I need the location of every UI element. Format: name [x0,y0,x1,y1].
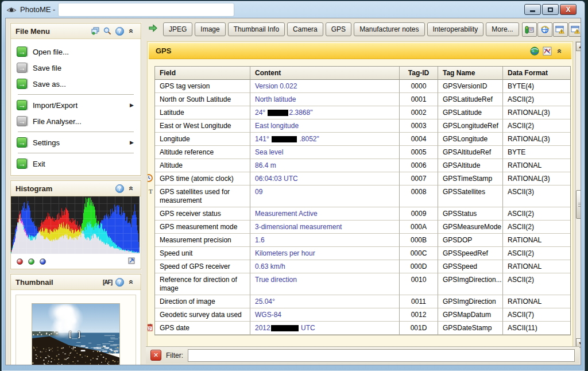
filter-input[interactable] [188,349,575,362]
window-frame-bottom [2,365,585,371]
redacted-value [268,110,288,116]
titlebar[interactable]: PhotoME - X [2,1,585,18]
collapse-icon[interactable]: « [555,47,564,56]
green-arrow-icon: → [17,137,27,148]
table-row[interactable]: Longitude141° .8052"0004GPSLongitudeRATI… [155,133,570,146]
help-icon[interactable]: ? [115,26,124,36]
table-row[interactable]: Speed of GPS receiver0.63 km/h000DGPSSpe… [155,260,570,273]
tag-name-cell: GPSStatus [438,207,503,221]
menu-item-save-as[interactable]: →Save as... [17,76,138,92]
red-channel-button[interactable] [17,258,23,265]
window-warning-icon[interactable] [553,22,568,37]
green-arrow-icon: → [17,100,27,110]
calendar-icon: 17 [147,323,153,331]
tag-id-cell: 0002 [400,106,438,119]
stacked-windows-icon[interactable] [91,26,100,36]
minimize-button[interactable] [524,4,541,15]
table-row[interactable]: Geodetic survey data usedWGS-840012GPSMa… [155,308,570,322]
scroll-up-button[interactable]: ▲ [576,42,581,51]
table-row[interactable]: Direction of image25.04°0011GPSImgDirect… [155,295,570,308]
search-icon[interactable] [103,26,112,36]
table-row[interactable]: TGPS satellites used for measurement0900… [155,186,570,207]
tag-id-cell: 001D [400,322,438,335]
column-header: Content [250,67,400,80]
field-cell: GPS time (atomic clock) [155,172,250,186]
collapse-icon[interactable]: « [127,184,136,193]
maximize-button[interactable] [542,4,559,15]
web-browser-icon[interactable] [537,22,552,37]
menu-item-file-analyser[interactable]: →File Analyser... [17,113,138,129]
menu-item-open-file[interactable]: →Open file... [17,44,138,60]
tag-name-cell: GPSSpeedRef [438,247,503,260]
menu-item-save-file[interactable]: →Save file [17,60,138,76]
close-button[interactable]: X [560,4,577,15]
photome-window: PhotoME - X File Menu ? [1,1,585,371]
redacted-filename [59,3,234,16]
content-cell: 0.63 km/h [250,260,400,273]
tab-thumbnail-info[interactable]: Thumbnail Info [228,22,285,36]
content-text: 06:04:03 UTC [255,175,298,183]
content-cell: 09 [250,186,400,207]
tab-image[interactable]: Image [195,22,225,36]
thumbnail-header: Thumbnail [AF] ? « [11,275,141,290]
collapse-icon[interactable]: « [127,277,136,287]
gps-panel: GPS « FieldContentTag-IDTag NameData For… [147,41,573,348]
gray-arrow-icon: → [17,116,27,126]
data-format-cell: RATIONAL [503,260,570,273]
table-row[interactable]: Measurement precision1.6000BGPSDOPRATION… [155,234,570,247]
clear-filter-icon[interactable]: ✕ [150,350,161,361]
tab-interoperability[interactable]: Interoperability [427,22,484,36]
properties-icon[interactable] [522,22,537,37]
table-row[interactable]: 17GPS date2012 UTC001DGPSDateStampASCII(… [155,322,570,335]
menu-item-exit[interactable]: →Exit [17,156,138,172]
filter-bar: ✕ Filter: [146,346,579,364]
content-cell: North latitude [250,93,400,106]
table-row[interactable]: GPS tag versionVersion 0.0220000GPSVersi… [155,80,570,93]
table-row[interactable]: North or South LatitudeNorth latitude000… [155,93,570,106]
tab-camera[interactable]: Camera [287,22,323,36]
tab-manufacturer-notes[interactable]: Manufacturer notes [354,22,424,36]
menu-item-label: Save file [33,64,138,72]
column-header: Tag-ID [400,67,438,80]
table-row[interactable]: Altitude86.4 m0006GPSAltitudeRATIONAL [155,159,570,172]
menu-item-settings[interactable]: →Settings▶ [17,134,138,150]
tab-gps[interactable]: GPS [326,22,351,36]
af-point-icon[interactable]: [AF] [103,277,112,287]
field-cell: Direction of image [155,295,250,308]
filter-label: Filter: [166,351,183,360]
menu-item-import-export[interactable]: →Import/Export▶ [17,97,138,113]
tab-jpeg[interactable]: JPEG [163,22,192,36]
data-format-cell: ASCII(3) [503,186,570,207]
tag-name-cell: GPSMeasureMode [438,221,503,234]
window-warning-icon[interactable] [568,22,581,37]
table-row[interactable]: GPS time (atomic clock)06:04:03 UTC0007G… [155,172,570,186]
table-row[interactable]: Reference for direction of imageTrue dir… [155,273,570,295]
content-text: 141° [255,135,271,143]
gps-panel-title: GPS [156,47,527,55]
collapse-icon[interactable]: « [127,26,136,36]
section-tabs: JPEGImageThumbnail InfoCameraGPSManufact… [163,22,519,36]
table-row[interactable]: Speed unitKilometers per hour000CGPSSpee… [155,247,570,260]
table-row[interactable]: GPS receiver statusMeasurement Active000… [155,207,570,221]
table-row[interactable]: Altitude referenceSea level0005GPSAltitu… [155,146,570,159]
help-icon[interactable]: ? [115,277,124,287]
histogram-export-icon[interactable] [128,256,135,266]
tab-more[interactable]: More... [486,22,519,36]
table-row[interactable]: East or West LongitudeEast longitude0003… [155,119,570,133]
map-icon[interactable] [543,47,552,56]
data-format-cell: ASCII(11) [503,322,570,335]
table-row[interactable]: Latitude24° 2.3868"0002GPSLatitudeRATION… [155,106,570,119]
tag-name-cell: GPSLongitude [438,133,503,146]
go-arrow-icon[interactable] [148,24,158,35]
help-icon[interactable]: ? [115,184,124,193]
vertical-scrollbar[interactable]: ▲ ▼ [575,41,581,348]
redacted-value [271,325,299,331]
globe-icon[interactable] [530,47,539,56]
data-format-cell: RATIONAL(3) [503,106,570,119]
scrollbar-thumb[interactable] [576,190,581,219]
blue-channel-button[interactable] [40,258,46,265]
green-channel-button[interactable] [28,258,34,265]
content-text: 2012 [255,324,270,332]
tag-name-cell: GPSImgDirection... [438,273,503,295]
table-row[interactable]: GPS measurement mode3-dimensional measur… [155,221,570,234]
